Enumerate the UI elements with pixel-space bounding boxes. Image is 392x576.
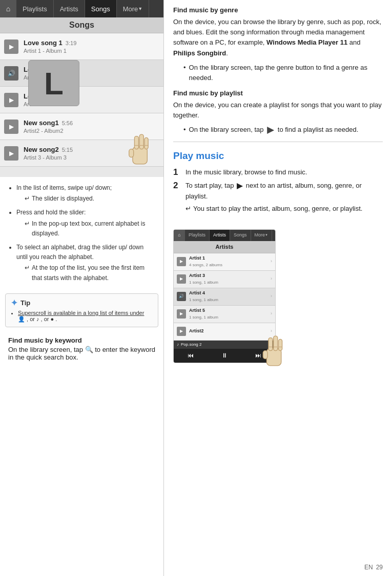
step2-arrow-icon: ↵ [185,204,191,214]
song-name-1: Love song 1 [24,39,63,47]
svg-rect-2 [139,134,143,149]
play-button-2[interactable]: 🔊 [4,66,18,81]
page-footer: EN 29 [364,564,383,571]
svg-rect-10 [274,336,278,350]
ds-play-1[interactable]: ▶ [177,257,186,266]
find-playlist-bullet: • On the library screen, tap to find a p… [183,125,383,135]
playlist-icon [267,127,274,134]
svg-rect-8 [266,348,281,366]
svg-rect-9 [269,337,273,350]
find-genre-bullet: • On the library screen, tap the genre b… [183,63,383,83]
song-duration-4: 5:56 [62,120,73,126]
play-icon-inline [237,183,243,189]
ds-music-icon: ♪ [177,342,179,348]
ds-chevron-1: › [271,258,272,265]
arrow-icon-3: ↵ [25,263,30,273]
bold-songbird: Philips Songbird [173,49,226,57]
lang-label: EN [364,564,373,571]
step-num-2: 2 [173,181,182,216]
song-duration-5: 5:15 [62,147,73,153]
superscroll-popup: L [28,60,79,106]
ds-nav: ⌂ Playlists Artists Songs More [174,230,275,241]
bullet-dot-2: • [183,125,186,135]
tip-box: ✦ Tip Superscroll is available in a long… [5,293,158,327]
play-button-4[interactable]: ▶ [4,120,18,134]
tip-label: Tip [20,299,30,307]
find-playlist-heading: Find music by playlist [173,88,383,98]
ds-chevron-3: › [271,293,272,300]
step-num-1: 1 [173,167,182,177]
step-1: 1 In the music library, browse to find m… [173,167,383,177]
song-item-1[interactable]: ▶ Love song 1 3:19 Artist 1 - Album 1 [0,33,163,60]
home-button[interactable]: ⌂ [0,0,16,17]
bullets-section: In the list of items, swipe up/ down; ↵ … [0,177,163,293]
page-number: 29 [376,564,383,571]
play-music-heading: Play music [173,148,383,163]
ds-home-btn[interactable]: ⌂ [174,230,185,241]
svg-rect-0 [133,147,147,164]
arrow-icon-2: ↵ [25,219,30,229]
arrow-icon-1: ↵ [25,194,30,204]
ds-play-3[interactable]: 🔊 [177,292,186,301]
tab-playlists[interactable]: Playlists [16,0,54,17]
find-keyword-para: On the library screen, tap 🔍 to enter th… [8,346,155,361]
hand-cursor-icon-2 [258,332,291,373]
find-genre-heading: Find music by genre [173,5,383,15]
svg-rect-4 [129,149,134,157]
nav-tabs: Playlists Artists Songs More [16,0,163,17]
find-keyword-section: Find music by keyword On the library scr… [0,332,163,368]
song-list: ▶ Love song 1 3:19 Artist 1 - Album 1 🔊 … [0,33,163,177]
ds-artist-1[interactable]: ▶ Artist 1 4 songs, 2 albums › [174,253,275,271]
song-name-4: New song1 [24,119,59,127]
bold-wmp: Windows Media Player 11 [266,38,347,46]
play-button-1[interactable]: ▶ [4,39,18,54]
bullet-2: Press and hold the slider: ↵ In the pop-… [16,208,155,239]
ds-artist-3[interactable]: 🔊 Artist 4 1 song, 1 album › [174,288,275,306]
ds-tab-more[interactable]: More [251,230,272,241]
person-icon: 👤 [18,316,25,322]
ds-play-5[interactable]: ▶ [177,327,186,336]
step-2: 2 To start play, tap next to an artist, … [173,181,383,216]
ds-tab-artists[interactable]: Artists [210,230,230,241]
dot-icon: ● [51,316,54,322]
device-screenshot-wrapper: ⌂ Playlists Artists Songs More Artists ▶… [173,224,276,363]
search-icon: 🔍 [85,346,93,353]
music-icon: ♪ [36,316,39,322]
play-button-3[interactable]: ▶ [4,93,18,107]
ds-title: Artists [174,241,275,253]
ds-tab-playlists[interactable]: Playlists [185,230,210,241]
ds-play-4[interactable]: ▶ [177,309,186,319]
ds-artist-list: ▶ Artist 1 4 songs, 2 albums › ▶ Artist … [174,253,275,341]
ds-play-2[interactable]: ▶ [177,274,186,284]
ds-chevron-2: › [271,275,272,283]
svg-rect-3 [145,137,148,149]
song-meta-1: Artist 1 - Album 1 [24,48,159,54]
bullet-dot-1: • [183,63,186,83]
right-panel: Find music by genre On the device, you c… [164,0,392,576]
tab-songs[interactable]: Songs [85,0,117,17]
bullet-1: In the list of items, swipe up/ down; ↵ … [16,183,155,204]
tab-more[interactable]: More [117,0,150,17]
play-button-5[interactable]: ▶ [4,146,18,161]
song-duration-1: 3:19 [66,40,76,46]
hand-cursor-icon [122,131,158,172]
svg-rect-11 [279,339,282,350]
song-item-2[interactable]: 🔊 Love song 2 3:14 Artist 1 - Album 1 [0,60,163,87]
song-item-3[interactable]: ▶ Love song3 3:32 Artist2 - Album2 [0,87,163,113]
ds-tab-songs[interactable]: Songs [230,230,251,241]
svg-rect-12 [263,350,267,359]
tip-star-icon: ✦ [11,298,17,308]
songs-title: Songs [0,17,163,33]
ds-prev-btn[interactable]: ⏮ [188,351,194,361]
ds-pause-btn[interactable]: ⏸ [221,351,228,361]
tab-artists[interactable]: Artists [54,0,85,17]
left-panel: ⌂ Playlists Artists Songs More Songs ▶ L… [0,0,164,576]
find-keyword-heading: Find music by keyword [8,336,155,344]
device-nav: ⌂ Playlists Artists Songs More [0,0,163,17]
find-playlist-para: On the device, you can create a playlist… [173,100,383,121]
song-name-5: New song2 [24,146,59,153]
svg-rect-1 [134,136,138,149]
divider [173,142,383,142]
ds-artist-2[interactable]: ▶ Artist 3 1 song, 1 album › [174,271,275,288]
ds-artist-4[interactable]: ▶ Artist 5 1 song, 1 album › [174,306,275,323]
